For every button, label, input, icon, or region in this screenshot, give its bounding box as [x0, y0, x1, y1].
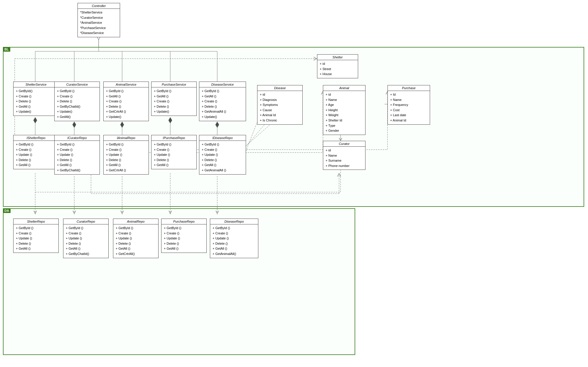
purchase-entity-title: Purchase: [388, 85, 430, 91]
icurator-repo-title: ICuratorRepo: [55, 135, 100, 141]
animal-entity-box: Animal + id + Name + Age + Height + Weig…: [323, 85, 365, 135]
purchase-repo-title: PurchaseRepo: [161, 219, 206, 224]
purchase-repo-body: + GetById () + Create () + Update () + D…: [161, 224, 206, 253]
animal-repo-body: + GetById () + Create () + Update () + D…: [113, 224, 158, 258]
curator-service-body: + GetById () + Create () + Delete () + G…: [55, 87, 100, 121]
purchase-repo-box: PurchaseRepo + GetById () + Create () + …: [161, 219, 207, 253]
disease-repo-body: + GetById () + Create () + Update () + D…: [210, 224, 258, 258]
controller-box: Controller *ShelterService *CuratorServi…: [77, 3, 120, 37]
ishelter-repo-body: + GetById () + Create () + Update () + D…: [14, 141, 58, 169]
ipurchase-repo-box: IPurchaseRepo + GetById () + Create () +…: [151, 135, 197, 169]
shelter-service-body: + GetById() + Create () + Delete () + Ge…: [14, 87, 58, 116]
disease-entity-box: Disease + id + Diagnosis + Symptoms + Ca…: [257, 85, 303, 125]
disease-service-title: DiseaseService: [199, 82, 246, 87]
animal-entity-title: Animal: [323, 85, 365, 91]
idisease-repo-box: IDiseaseRepo + GetById () + Create () + …: [199, 135, 246, 175]
shelter-service-title: ShelterService: [14, 82, 58, 87]
controller-body: *ShelterService *CuratorService *AnimalS…: [78, 9, 120, 37]
ianimal-repo-body: + GetById () + Create () + Update () + D…: [104, 141, 149, 174]
icurator-repo-box: ICuratorRepo + GetById () + Create () + …: [54, 135, 100, 175]
disease-repo-box: DiseaseRepo + GetById () + Create () + U…: [210, 219, 258, 258]
controller-title: Controller: [78, 3, 120, 9]
curator-service-box: CuratorService + GetById () + Create () …: [54, 82, 100, 121]
canvas: Controller *ShelterService *CuratorServi…: [0, 0, 588, 367]
ipurchase-repo-title: IPurchaseRepo: [151, 135, 196, 141]
bl-label: BL: [3, 47, 10, 52]
da-label: DA: [3, 208, 11, 213]
disease-entity-title: Disease: [257, 85, 302, 91]
curator-repo-title: CuratorRepo: [63, 219, 108, 224]
ianimal-repo-box: IAnimalRepo + GetById () + Create () + U…: [103, 135, 149, 175]
controller-field-3: *PurchaseService: [80, 26, 117, 31]
controller-field-0: *ShelterService: [80, 10, 117, 15]
bl-region: [3, 47, 584, 207]
shelter-entity-box: Shelter + id + Street + House: [317, 54, 358, 78]
idisease-repo-title: IDiseaseRepo: [199, 135, 246, 141]
purchase-entity-body: + Id + Name + Frequency + Cost + Last da…: [388, 91, 430, 124]
animal-repo-title: AnimalRepo: [113, 219, 158, 224]
ishelter-repo-box: IShelterRepo + GetById () + Create () + …: [13, 135, 59, 169]
curator-entity-body: + id + Name + Surname + Phone number: [323, 147, 365, 170]
shelter-entity-body: + id + Street + House: [317, 60, 358, 78]
animal-repo-box: AnimalRepo + GetById () + Create () + Up…: [113, 219, 159, 258]
disease-service-box: DiseaseService + GetById () + GetAll () …: [199, 82, 246, 121]
animal-service-title: AnimalService: [104, 82, 149, 87]
shelter-entity-title: Shelter: [317, 55, 358, 60]
curator-entity-title: Curator: [323, 141, 365, 147]
animal-service-body: + GetById () + GetAll () + Create () + D…: [104, 87, 149, 121]
controller-field-4: *DiseaseService: [80, 31, 117, 36]
controller-field-2: *AnimalService: [80, 20, 117, 26]
ishelter-repo-title: IShelterRepo: [14, 135, 58, 141]
shelter-repo-title: ShelterRepo: [14, 219, 58, 224]
controller-field-1: *CuratorService: [80, 15, 117, 21]
shelter-service-box: ShelterService + GetById() + Create () +…: [13, 82, 59, 116]
animal-entity-body: + id + Name + Age + Height + Weight + Sh…: [323, 91, 365, 135]
curator-service-title: CuratorService: [55, 82, 100, 87]
shelter-repo-box: ShelterRepo + GetById () + Create () + U…: [13, 219, 59, 253]
disease-entity-body: + id + Diagnosis + Symptoms + Cause + An…: [257, 91, 302, 124]
purchase-service-title: PurchaseService: [151, 82, 196, 87]
purchase-service-body: + GetById () + GetAll () + Create () + D…: [151, 87, 196, 116]
purchase-service-box: PurchaseService + GetById () + GetAll ()…: [151, 82, 197, 116]
animal-service-box: AnimalService + GetById () + GetAll () +…: [103, 82, 149, 121]
icurator-repo-body: + GetById () + Create () + Update () + D…: [55, 141, 100, 174]
curator-repo-box: CuratorRepo + GetById () + Create () + U…: [63, 219, 109, 258]
disease-service-body: + GetById () + GetAll () + Create () + D…: [199, 87, 246, 121]
curator-repo-body: + GetById () + Create () + Update () + D…: [63, 224, 108, 258]
disease-repo-title: DiseaseRepo: [210, 219, 258, 224]
curator-entity-box: Curator + id + Name + Surname + Phone nu…: [323, 141, 365, 170]
purchase-entity-box: Purchase + Id + Name + Frequency + Cost …: [387, 85, 430, 125]
ipurchase-repo-body: + GetById () + Create () + Update () + D…: [151, 141, 196, 169]
shelter-repo-body: + GetById () + Create () + Update () + D…: [14, 224, 58, 253]
idisease-repo-body: + GetById () + Create () + Update () + D…: [199, 141, 246, 174]
ianimal-repo-title: IAnimalRepo: [104, 135, 149, 141]
